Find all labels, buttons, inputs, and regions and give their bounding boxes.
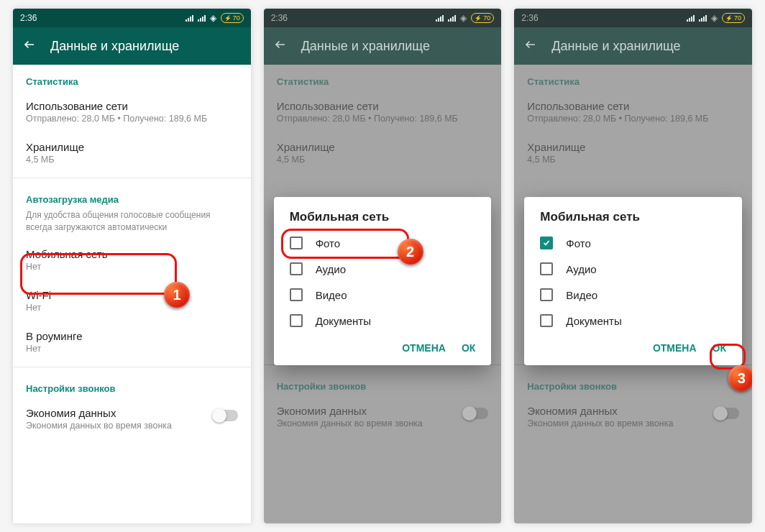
- phone-screenshot-2: 2:36 ◈ 70 Данные и хранилище Статистика …: [264, 9, 502, 523]
- ok-button[interactable]: ОК: [713, 342, 726, 354]
- app-bar: Данные и хранилище: [514, 27, 752, 65]
- page-title: Данные и хранилище: [551, 39, 680, 54]
- item-low-data: Экономия данных Экономия данных во время…: [514, 396, 752, 437]
- battery-icon: 70: [221, 13, 244, 23]
- status-time: 2:36: [20, 13, 37, 23]
- checkbox-icon[interactable]: [290, 262, 303, 275]
- item-storage: Хранилище 4,5 МБ: [264, 132, 502, 173]
- wifi-icon: ◈: [711, 13, 718, 23]
- signal-icon: [436, 15, 444, 22]
- option-video[interactable]: Видео: [280, 282, 486, 308]
- option-audio[interactable]: Аудио: [280, 256, 486, 282]
- checkbox-icon[interactable]: [540, 314, 553, 327]
- option-documents[interactable]: Документы: [280, 308, 486, 334]
- dialog-title: Мобильная сеть: [530, 210, 736, 230]
- page-title: Данные и хранилище: [301, 39, 430, 54]
- checkbox-icon[interactable]: [540, 288, 553, 301]
- item-low-data[interactable]: Экономия данных Экономия данных во время…: [13, 398, 251, 439]
- wifi-icon: ◈: [210, 13, 216, 23]
- status-time: 2:36: [271, 13, 288, 23]
- item-storage: Хранилище 4,5 МБ: [514, 132, 752, 173]
- checkbox-icon[interactable]: [290, 314, 303, 327]
- item-network-usage[interactable]: Использование сети Отправлено: 28,0 МБ •…: [13, 91, 251, 132]
- section-header-stats: Статистика: [514, 65, 752, 91]
- signal-icon: [699, 15, 707, 22]
- cancel-button[interactable]: ОТМЕНА: [653, 342, 697, 354]
- switch-low-data: [464, 408, 488, 419]
- settings-content: Статистика Использование сети Отправлено…: [13, 65, 251, 523]
- switch-low-data[interactable]: [214, 410, 238, 421]
- option-video[interactable]: Видео: [530, 282, 736, 308]
- item-low-data: Экономия данных Экономия данных во время…: [264, 396, 502, 437]
- checkbox-icon[interactable]: [290, 237, 303, 249]
- signal-icon: [687, 15, 695, 22]
- section-header-stats: Статистика: [264, 65, 502, 91]
- cancel-button[interactable]: ОТМЕНА: [402, 342, 446, 354]
- back-icon[interactable]: [23, 38, 36, 55]
- signal-icon: [185, 15, 193, 22]
- option-documents[interactable]: Документы: [530, 308, 736, 334]
- section-header-calls: Настройки звонков: [13, 372, 251, 398]
- status-bar: 2:36 ◈ 70: [264, 9, 502, 27]
- app-bar: Данные и хранилище: [264, 27, 502, 65]
- section-header-calls: Настройки звонков: [264, 370, 502, 396]
- back-icon[interactable]: [524, 38, 537, 55]
- status-bar: 2:36 ◈ 70: [13, 9, 251, 27]
- section-header-calls: Настройки звонков: [514, 370, 752, 396]
- signal-icon: [448, 15, 456, 22]
- switch-low-data: [715, 408, 739, 419]
- dialog-mobile-data: Мобильная сеть Фото Аудио Видео Документ…: [274, 197, 492, 365]
- item-network-usage: Использование сети Отправлено: 28,0 МБ •…: [264, 91, 502, 132]
- item-storage[interactable]: Хранилище 4,5 МБ: [13, 132, 251, 173]
- option-photo[interactable]: Фото: [280, 230, 486, 256]
- divider: [13, 178, 251, 178]
- ok-button[interactable]: ОК: [462, 342, 475, 354]
- item-network-usage: Использование сети Отправлено: 28,0 МБ •…: [514, 91, 752, 132]
- signal-icon: [198, 15, 206, 22]
- option-photo[interactable]: Фото: [530, 230, 736, 256]
- checkbox-icon[interactable]: [540, 262, 553, 275]
- item-mobile-data[interactable]: Мобильная сеть Нет: [13, 239, 251, 280]
- phone-screenshot-1: 2:36 ◈ 70 Данные и хранилище Статистика …: [13, 9, 251, 523]
- status-bar: 2:36 ◈ 70: [514, 9, 752, 27]
- phone-screenshot-3: 2:36 ◈ 70 Данные и хранилище Статистика …: [514, 9, 752, 523]
- wifi-icon: ◈: [460, 13, 467, 23]
- item-wifi[interactable]: Wi-Fi Нет: [13, 280, 251, 321]
- status-time: 2:36: [521, 13, 538, 23]
- battery-icon: 70: [471, 13, 494, 23]
- checkbox-icon[interactable]: [290, 288, 303, 301]
- battery-icon: 70: [722, 13, 745, 23]
- page-title: Данные и хранилище: [50, 39, 179, 54]
- option-audio[interactable]: Аудио: [530, 256, 736, 282]
- section-note-autodl: Для удобства общения голосовые сообщения…: [13, 209, 251, 239]
- divider: [13, 367, 251, 367]
- section-header-autodl: Автозагрузка медиа: [13, 183, 251, 209]
- checkbox-icon[interactable]: [540, 237, 553, 249]
- app-bar: Данные и хранилище: [13, 27, 251, 65]
- item-roaming[interactable]: В роуминге Нет: [13, 321, 251, 362]
- dialog-mobile-data: Мобильная сеть Фото Аудио Видео Документ…: [524, 197, 742, 365]
- dialog-title: Мобильная сеть: [280, 210, 486, 230]
- section-header-stats: Статистика: [13, 65, 251, 91]
- back-icon[interactable]: [274, 38, 287, 55]
